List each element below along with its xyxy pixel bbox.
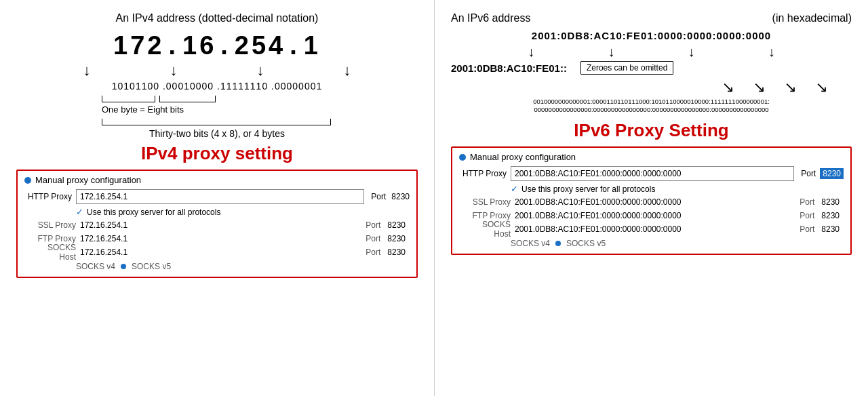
ipv4-ftp-value: 172.16.254.1: [80, 234, 361, 243]
ipv4-ssl-label: SSL Proxy: [28, 220, 76, 230]
ipv6-ssl-value: 2001.0DB8:AC10:FE01:0000:0000:0000:0000: [515, 197, 795, 207]
ipv6-full-address: 2001:0DB8:AC10:FE01:0000:0000:0000:0000: [532, 30, 771, 41]
ipv4-http-label: HTTP Proxy: [24, 192, 72, 201]
ipv6-http-input[interactable]: [511, 166, 794, 181]
ipv4-socks-v5-dot[interactable]: [121, 264, 126, 269]
ipv6-ftp-label: FTP Proxy: [463, 211, 511, 220]
ipv4-socks-value: 172.16.254.1: [80, 248, 361, 257]
curved-arrow4: ↙: [723, 79, 735, 96]
ipv6-socks-v5-label[interactable]: SOCKS v5: [566, 239, 606, 248]
ipv6-ssl-port-value: 8230: [821, 197, 840, 207]
ipv4-ssl-port-value: 8230: [387, 220, 406, 230]
ipv4-port-value: 8230: [391, 192, 410, 201]
dot3: .: [290, 31, 300, 60]
ipv4-heading: IPv4 proxy setting: [141, 143, 293, 164]
ipv6-ssl-label: SSL Proxy: [463, 197, 511, 207]
ipv6-arrow4: ↓: [768, 44, 775, 60]
ipv6-socks-v5-dot[interactable]: [555, 241, 561, 246]
octet4: 1: [304, 31, 321, 60]
ipv4-arrows: ↓ ↓ ↓ ↓: [16, 62, 418, 79]
octet3: 254: [235, 31, 285, 60]
ipv4-http-input[interactable]: [76, 189, 364, 204]
ipv6-socks-label: SOCKS Host: [463, 220, 511, 239]
ipv6-socks-port-value: 8230: [821, 224, 840, 234]
ipv4-panel: An IPv4 address (dotted-decimal notation…: [0, 0, 434, 396]
ipv6-socks-value: 2001.0DB8:AC10:FE01:0000:0000:0000:0000: [515, 224, 795, 234]
ipv6-http-label: HTTP Proxy: [459, 169, 507, 178]
ipv6-arrow3: ↓: [688, 44, 695, 60]
ipv6-proxy-box: Manual proxy configuration HTTP Proxy Po…: [451, 146, 852, 255]
ipv4-ssl-value: 172.16.254.1: [80, 220, 361, 230]
ipv4-proxy-title: Manual proxy configuration: [35, 175, 141, 185]
ipv6-proxy-title-row: Manual proxy configuration: [459, 152, 844, 162]
ipv6-http-row: HTTP Proxy Port 8230: [459, 166, 844, 181]
ipv6-proxy-title: Manual proxy configuration: [470, 152, 576, 162]
bracket-seg1: [102, 96, 155, 102]
ipv4-checkbox-label: Use this proxy server for all protocols: [87, 207, 220, 217]
ipv6-heading: IPv6 Proxy Setting: [574, 120, 728, 141]
full-bracket-container: Thirty-two bits (4 x 8), or 4 bytes: [102, 119, 332, 139]
ipv6-curved-arrows: ↙ ↙ ↙ ↙: [488, 79, 828, 96]
ipv4-radio-dot[interactable]: [24, 177, 31, 184]
ipv6-radio-dot[interactable]: [459, 154, 466, 161]
ipv4-ftp-port-value: 8230: [387, 234, 406, 243]
octet1: 172: [113, 31, 164, 60]
ipv6-ftp-port-label: Port: [800, 211, 814, 220]
dot2: .: [220, 31, 231, 60]
ipv6-port-value: 8230: [820, 168, 844, 179]
ipv4-ssl-port-label: Port: [366, 220, 380, 230]
byte-label: One byte = Eight bits: [102, 104, 332, 115]
ipv4-proxy-title-row: Manual proxy configuration: [24, 175, 410, 185]
ipv6-title2: (in hexadecimal): [772, 12, 852, 24]
ipv4-socks-version-row: SOCKS v4 SOCKS v5: [24, 262, 410, 271]
ipv4-sub-rows: SSL Proxy 172.16.254.1 Port 8230 FTP Pro…: [24, 218, 410, 259]
ipv4-port-label: Port: [371, 192, 386, 201]
ipv4-ftp-row: FTP Proxy 172.16.254.1 Port 8230: [24, 232, 410, 245]
ipv6-binary1: 0010000000000001:0000110110111000:101011…: [533, 98, 770, 105]
ipv6-ftp-value: 2001.0DB8:AC10:FE01:0000:0000:0000:0000: [515, 211, 795, 220]
ipv4-socks-label: SOCKS Host: [28, 243, 76, 262]
ipv4-title: An IPv4 address (dotted-decimal notation…: [116, 12, 319, 24]
ipv6-ssl-row: SSL Proxy 2001.0DB8:AC10:FE01:0000:0000:…: [459, 195, 844, 209]
ipv6-arrows: ↓ ↓ ↓ ↓: [491, 44, 812, 60]
ipv4-socks-row: SOCKS Host 172.16.254.1 Port 8230: [24, 245, 410, 259]
curved-arrow1: ↙: [816, 79, 829, 96]
ipv4-ssl-row: SSL Proxy 172.16.254.1 Port 8230: [24, 218, 410, 232]
bracket-visual: [102, 96, 332, 104]
ipv4-socks-port-value: 8230: [387, 248, 406, 257]
ipv4-binary: 10101100 .00010000 .11111110 .00000001: [112, 81, 323, 92]
byte-bracket-container: One byte = Eight bits: [102, 96, 332, 115]
full-bracket-visual: [102, 119, 332, 127]
arrow4: ↓: [344, 62, 351, 79]
ipv4-http-row: HTTP Proxy Port 8230: [24, 189, 410, 204]
ipv4-socks-v5-label[interactable]: SOCKS v5: [132, 262, 171, 271]
ipv6-socks-row: SOCKS Host 2001.0DB8:AC10:FE01:0000:0000…: [459, 222, 844, 236]
zeroes-note: Zeroes can be omitted: [580, 61, 673, 75]
ipv4-check-icon[interactable]: ✓: [76, 207, 83, 217]
ipv4-checkbox-row: ✓ Use this proxy server for all protocol…: [24, 207, 410, 217]
ipv4-address-display: 172 . 16 . 254 . 1: [113, 31, 321, 60]
full-bracket-seg: [102, 119, 331, 125]
ipv4-proxy-box: Manual proxy configuration HTTP Proxy Po…: [16, 170, 418, 278]
arrow3: ↓: [257, 62, 264, 79]
ipv6-arrow1: ↓: [528, 44, 534, 60]
ipv6-sub-rows: SSL Proxy 2001.0DB8:AC10:FE01:0000:0000:…: [459, 195, 844, 236]
ipv6-title-row: An IPv6 address (in hexadecimal): [451, 12, 852, 24]
arrow2: ↓: [170, 62, 178, 79]
ipv6-socks-v4-label[interactable]: SOCKS v4: [511, 239, 550, 248]
ipv6-ftp-port-value: 8230: [821, 211, 840, 220]
ipv6-checkbox-row: ✓ Use this proxy server for all protocol…: [459, 184, 844, 194]
ipv4-ftp-label: FTP Proxy: [28, 234, 76, 243]
ipv6-socks-port-label: Port: [800, 224, 814, 234]
ipv6-check-icon[interactable]: ✓: [511, 184, 518, 194]
arrow1: ↓: [83, 62, 91, 79]
ipv6-port-label: Port: [801, 169, 816, 178]
ipv4-ftp-port-label: Port: [366, 234, 380, 243]
curved-arrow2: ↙: [785, 79, 797, 96]
ipv6-panel: An IPv6 address (in hexadecimal) 2001:0D…: [434, 0, 868, 396]
curved-arrow3: ↙: [754, 79, 766, 96]
dot1: .: [168, 31, 178, 60]
bits-label: Thirty-two bits (4 x 8), or 4 bytes: [102, 128, 332, 139]
ipv4-socks-v4-label[interactable]: SOCKS v4: [76, 262, 115, 271]
ipv6-short-row: 2001:0DB8:AC10:FE01:: Zeroes can be omit…: [451, 61, 852, 75]
